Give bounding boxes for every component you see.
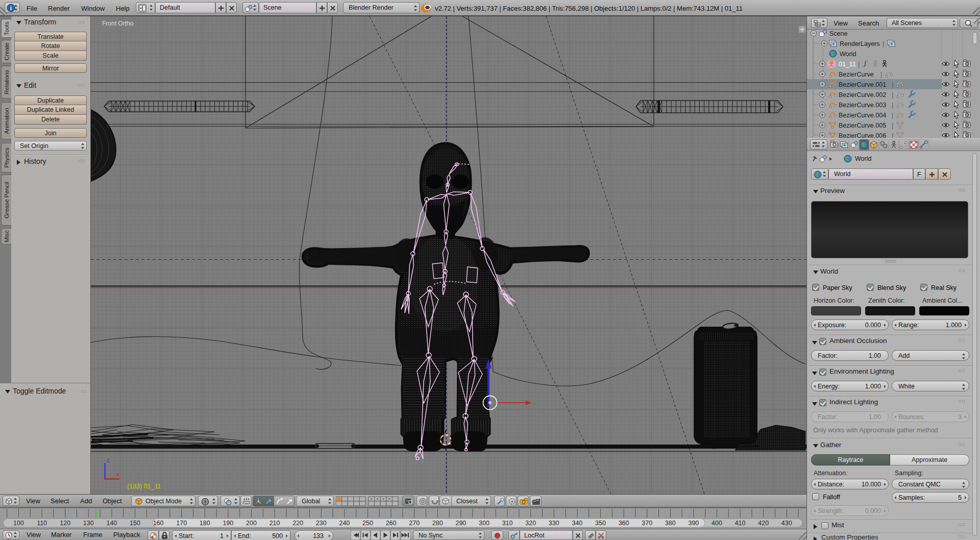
svg-text:280: 280 (432, 520, 443, 527)
svg-text:|: | (892, 112, 893, 119)
svg-text:180: 180 (200, 520, 210, 527)
svg-text:260: 260 (386, 520, 397, 527)
svg-text:BezierCurve.006: BezierCurve.006 (839, 132, 886, 138)
svg-text:210: 210 (270, 520, 280, 527)
svg-text:World: World (840, 51, 856, 58)
svg-text:|: | (892, 81, 893, 88)
svg-text:150: 150 (130, 520, 140, 527)
svg-text:360: 360 (619, 520, 629, 527)
svg-text:100: 100 (13, 520, 24, 527)
svg-text:110: 110 (37, 520, 47, 527)
svg-text:190: 190 (223, 520, 233, 527)
svg-text:130: 130 (83, 520, 94, 527)
svg-text:200: 200 (246, 520, 257, 527)
svg-text:BezierCurve.001: BezierCurve.001 (839, 81, 886, 88)
svg-text:01_11: 01_11 (839, 61, 856, 68)
svg-text:340: 340 (572, 520, 582, 527)
svg-text:160: 160 (153, 520, 164, 527)
svg-text:BezierCurve.004: BezierCurve.004 (839, 112, 886, 119)
svg-text:BezierCurve.003: BezierCurve.003 (839, 102, 886, 109)
svg-text:Scene: Scene (829, 30, 847, 37)
svg-text:|: | (892, 91, 893, 99)
svg-text:290: 290 (455, 520, 466, 527)
svg-text:|: | (880, 71, 882, 78)
svg-text:|: | (892, 132, 893, 138)
svg-text:320: 320 (525, 520, 536, 527)
svg-text:370: 370 (642, 520, 652, 527)
svg-text:170: 170 (176, 520, 187, 527)
svg-text:330: 330 (549, 520, 559, 527)
svg-text:380: 380 (665, 520, 676, 527)
svg-text:x: x (116, 471, 119, 477)
svg-text:390: 390 (688, 520, 699, 527)
svg-text:250: 250 (362, 520, 373, 527)
svg-text:310: 310 (502, 520, 513, 527)
svg-text:270: 270 (409, 520, 420, 527)
svg-text:|: | (892, 122, 893, 129)
svg-text:430: 430 (781, 520, 792, 527)
svg-text:300: 300 (479, 520, 489, 527)
svg-text:240: 240 (339, 520, 350, 527)
svg-text:z: z (107, 457, 110, 463)
svg-text:220: 220 (292, 520, 303, 527)
svg-text:|: | (892, 102, 893, 109)
svg-text:|: | (858, 61, 860, 68)
svg-text:400: 400 (712, 520, 722, 527)
svg-text:BezierCurve.005: BezierCurve.005 (839, 122, 886, 129)
svg-text:120: 120 (60, 520, 70, 527)
svg-text:BezierCurve.002: BezierCurve.002 (839, 91, 886, 99)
svg-text:410: 410 (735, 520, 746, 527)
svg-text:Front Ortho: Front Ortho (102, 20, 134, 27)
svg-text:420: 420 (758, 520, 769, 527)
svg-text:BezierCurve: BezierCurve (839, 71, 874, 78)
svg-text:140: 140 (106, 520, 117, 527)
svg-text:RenderLayers: RenderLayers (840, 40, 880, 47)
svg-text:|: | (883, 40, 884, 47)
svg-text:230: 230 (316, 520, 327, 527)
svg-text:350: 350 (595, 520, 606, 527)
svg-text:(133) 01_11: (133) 01_11 (127, 483, 161, 490)
